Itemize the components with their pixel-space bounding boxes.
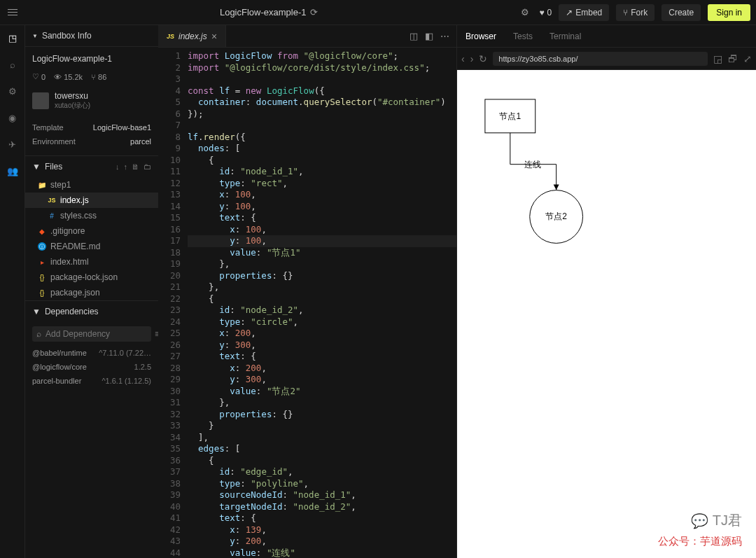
code-line[interactable]: id: "node_id_2", bbox=[188, 305, 456, 316]
code-line[interactable]: container: document.querySelector("#cont… bbox=[188, 97, 456, 109]
code-line[interactable]: }, bbox=[188, 281, 456, 293]
live-icon[interactable]: 👥 bbox=[6, 164, 20, 178]
deploy-icon[interactable]: ✈ bbox=[6, 137, 20, 151]
code-line[interactable]: text: { bbox=[188, 351, 456, 363]
upload-icon[interactable]: ↑ bbox=[124, 162, 128, 171]
sandbox-info-header[interactable]: ▼ Sandbox Info bbox=[25, 25, 158, 47]
dependency-search[interactable]: ⌕ ≡ bbox=[32, 326, 151, 342]
create-button[interactable]: Create bbox=[662, 4, 701, 21]
arrowhead-icon bbox=[554, 185, 559, 190]
dependencies-header[interactable]: ▼ Dependencies bbox=[25, 300, 158, 322]
copy-icon[interactable]: 🗗 bbox=[728, 53, 738, 64]
menu-button[interactable] bbox=[6, 6, 20, 20]
code-line[interactable]: y: 100, bbox=[188, 201, 456, 213]
code-line[interactable]: x: 139, bbox=[188, 524, 456, 536]
tab-terminal[interactable]: Terminal bbox=[550, 32, 581, 41]
code-line[interactable]: { bbox=[188, 455, 456, 467]
fork-button[interactable]: ⑂Fork bbox=[616, 4, 654, 21]
code-line[interactable]: id: "node_id_1", bbox=[188, 166, 456, 178]
search-icon: ⌕ bbox=[36, 329, 41, 339]
author-row[interactable]: towersxu xutao(绿心) bbox=[32, 91, 151, 111]
code-editor[interactable]: 1234567891011121314151617181920212223242… bbox=[158, 48, 456, 558]
logicflow-diagram[interactable]: 节点1 连线 节点2 bbox=[457, 70, 756, 558]
new-folder-icon[interactable]: 🗀 bbox=[144, 162, 151, 171]
code-line[interactable]: x: 100, bbox=[188, 224, 456, 236]
embed-button[interactable]: ↗Embed bbox=[559, 4, 609, 21]
file-item-package-lock-json[interactable]: {}package-lock.json bbox=[25, 270, 158, 285]
diff-icon[interactable]: ◧ bbox=[425, 31, 433, 41]
code-line[interactable]: targetNodeId: "node_id_2", bbox=[188, 501, 456, 513]
code-line[interactable] bbox=[188, 120, 456, 132]
tab-browser[interactable]: Browser bbox=[465, 32, 496, 41]
code-line[interactable]: properties: {} bbox=[188, 270, 456, 282]
split-icon[interactable]: ◫ bbox=[410, 31, 418, 41]
code-line[interactable]: x: 200, bbox=[188, 328, 456, 340]
code-line[interactable]: }); bbox=[188, 109, 456, 120]
sandbox-info-body: LogicFlow-example-1 ♡0 👁15.2k ⑂86 towers… bbox=[25, 47, 158, 155]
code-line[interactable]: sourceNodeId: "node_id_1", bbox=[188, 489, 456, 501]
back-icon[interactable]: ‹ bbox=[461, 53, 465, 64]
signin-button[interactable]: Sign in bbox=[708, 4, 750, 21]
like-count[interactable]: ♥ 0 bbox=[539, 8, 552, 18]
code-line[interactable]: { bbox=[188, 155, 456, 167]
reload-icon[interactable]: ↻ bbox=[479, 53, 487, 64]
file-item-step1[interactable]: 📁step1 bbox=[25, 177, 158, 193]
sort-icon[interactable]: ↓ bbox=[115, 162, 120, 171]
code-line[interactable]: x: 100, bbox=[188, 189, 456, 201]
code-line[interactable]: type: "rect", bbox=[188, 178, 456, 190]
new-file-icon[interactable]: 🗎 bbox=[132, 162, 139, 171]
code-line[interactable]: } bbox=[188, 420, 456, 432]
code-line[interactable]: y: 300, bbox=[188, 340, 456, 351]
code-line[interactable]: value: "节点1" bbox=[188, 247, 456, 259]
code-line[interactable]: { bbox=[188, 293, 456, 305]
url-input[interactable] bbox=[493, 52, 708, 66]
pip-icon[interactable]: ◲ bbox=[713, 53, 722, 64]
code-line[interactable]: const lf = new LogicFlow({ bbox=[188, 85, 456, 97]
code-line[interactable]: import LogicFlow from "@logicflow/core"; bbox=[188, 50, 456, 62]
code-line[interactable]: properties: {} bbox=[188, 409, 456, 421]
code-line[interactable]: y: 200, bbox=[188, 536, 456, 547]
code-line[interactable]: text: { bbox=[188, 212, 456, 224]
forward-icon[interactable]: › bbox=[470, 53, 474, 64]
code-line[interactable]: x: 200, bbox=[188, 363, 456, 375]
file-item-index-js[interactable]: JSindex.js bbox=[25, 193, 158, 208]
code-line[interactable]: lf.render({ bbox=[188, 132, 456, 144]
tab-tests[interactable]: Tests bbox=[513, 32, 533, 41]
explorer-icon[interactable]: ◳ bbox=[6, 31, 20, 45]
code-line[interactable]: y: 100, bbox=[188, 235, 456, 247]
code-line[interactable]: value: "连线" bbox=[188, 547, 456, 559]
code-line[interactable]: y: 300, bbox=[188, 374, 456, 386]
code-line[interactable]: }, bbox=[188, 258, 456, 270]
file-item-index-html[interactable]: ▸index.html bbox=[25, 254, 158, 270]
code-line[interactable]: text: { bbox=[188, 512, 456, 524]
code-line[interactable]: type: "circle", bbox=[188, 316, 456, 328]
popout-icon[interactable]: ⤢ bbox=[743, 53, 752, 64]
github-icon[interactable]: ◉ bbox=[6, 111, 20, 125]
code-line[interactable]: nodes: [ bbox=[188, 143, 456, 155]
dep-item[interactable]: @babel/runtime^7.11.0 (7.22… bbox=[25, 346, 158, 360]
code-line[interactable]: edges: [ bbox=[188, 443, 456, 455]
code-line[interactable]: import "@logicflow/core/dist/style/index… bbox=[188, 62, 456, 74]
code-line[interactable]: type: "polyline", bbox=[188, 478, 456, 490]
file-item--gitignore[interactable]: ◆.gitignore bbox=[25, 223, 158, 239]
more-icon[interactable]: ⋯ bbox=[440, 31, 449, 41]
file-item-styles-css[interactable]: #styles.css bbox=[25, 208, 158, 223]
code-line[interactable] bbox=[188, 74, 456, 85]
code-line[interactable]: value: "节点2" bbox=[188, 386, 456, 398]
code-content[interactable]: import LogicFlow from "@logicflow/core";… bbox=[188, 48, 456, 558]
config-icon[interactable]: ⚙ bbox=[6, 84, 20, 98]
settings-icon[interactable]: ⚙ bbox=[518, 6, 532, 20]
dep-item[interactable]: parcel-bundler^1.6.1 (1.12.5) bbox=[25, 374, 158, 388]
code-line[interactable]: }, bbox=[188, 397, 456, 409]
code-line[interactable]: ], bbox=[188, 432, 456, 444]
files-header[interactable]: ▼Files ↓ ↑ 🗎 🗀 bbox=[25, 155, 158, 177]
dependency-search-input[interactable] bbox=[46, 329, 150, 339]
sync-icon[interactable]: ⟳ bbox=[310, 7, 318, 18]
close-icon[interactable]: × bbox=[211, 31, 217, 42]
code-line[interactable]: id: "edge_id", bbox=[188, 466, 456, 478]
file-item-package-json[interactable]: {}package.json bbox=[25, 285, 158, 300]
file-item-README-md[interactable]: ⓘREADME.md bbox=[25, 239, 158, 254]
search-icon[interactable]: ⌕ bbox=[6, 57, 20, 71]
editor-tab-index-js[interactable]: JS index.js × bbox=[158, 25, 226, 47]
dep-item[interactable]: @logicflow/core1.2.5 bbox=[25, 360, 158, 374]
